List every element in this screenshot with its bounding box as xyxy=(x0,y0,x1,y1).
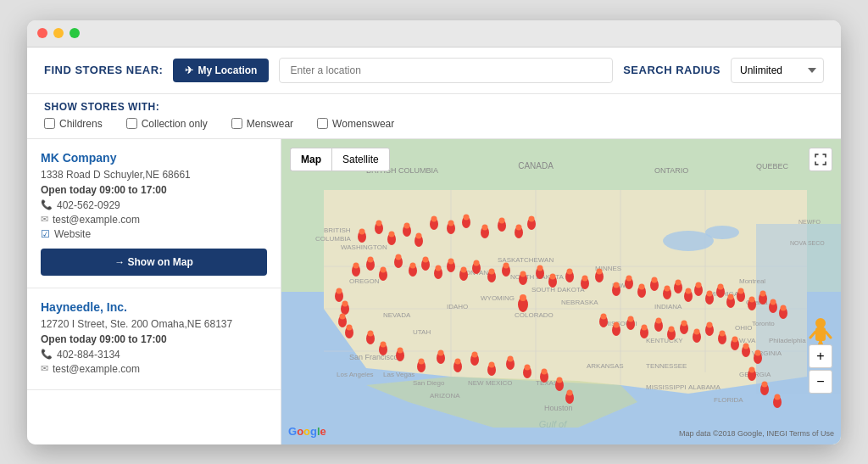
zoom-controls: + − xyxy=(809,344,832,394)
svg-point-187 xyxy=(347,324,353,330)
svg-text:INDIANA: INDIANA xyxy=(654,303,682,310)
svg-point-125 xyxy=(626,275,632,281)
svg-point-143 xyxy=(728,293,734,299)
svg-point-213 xyxy=(567,389,573,395)
map-button[interactable]: Map xyxy=(290,148,331,171)
svg-point-159 xyxy=(628,316,634,321)
svg-point-199 xyxy=(455,358,461,364)
svg-point-109 xyxy=(504,262,509,268)
store-email-1: ✉ test@example.com xyxy=(41,214,267,226)
svg-point-215 xyxy=(749,366,755,372)
svg-point-177 xyxy=(743,343,749,349)
search-toolbar: FIND STORES NEAR: ✈ My Location SEARCH R… xyxy=(27,48,841,94)
svg-point-161 xyxy=(642,324,648,330)
svg-point-155 xyxy=(601,313,607,319)
store-name-2: Hayneedle, Inc. xyxy=(41,300,267,314)
store-website-1[interactable]: ☑ Website xyxy=(41,228,267,240)
show-stores-label: SHOW STORES WITH: xyxy=(44,101,824,113)
svg-text:SOUTH DAKOTA: SOUTH DAKOTA xyxy=(531,286,585,293)
svg-point-83 xyxy=(516,224,522,230)
store-hours-2: Open today 09:00 to 17:00 xyxy=(41,333,267,345)
find-stores-label: FIND STORES NEAR: xyxy=(44,64,163,76)
satellite-button[interactable]: Satellite xyxy=(331,148,390,171)
childrens-checkbox[interactable] xyxy=(44,118,55,129)
svg-point-95 xyxy=(410,262,416,268)
svg-point-211 xyxy=(557,377,563,383)
svg-point-117 xyxy=(567,268,573,274)
svg-point-87 xyxy=(353,262,359,268)
store-phone-2: 📞 402-884-3134 xyxy=(41,349,267,361)
svg-point-129 xyxy=(652,277,658,282)
svg-point-173 xyxy=(720,330,726,336)
close-dot[interactable] xyxy=(37,28,47,38)
svg-text:NEWFO: NEWFO xyxy=(798,219,821,225)
maximize-dot[interactable] xyxy=(70,28,80,38)
svg-point-189 xyxy=(368,330,374,336)
svg-point-107 xyxy=(489,268,495,274)
svg-point-203 xyxy=(489,361,495,367)
phone-icon: 📞 xyxy=(41,199,53,210)
svg-text:TENNESSEE: TENNESSEE xyxy=(646,362,687,370)
svg-point-157 xyxy=(614,321,620,327)
fullscreen-button[interactable] xyxy=(809,148,832,171)
svg-point-147 xyxy=(749,296,755,302)
map-type-controls: Map Satellite xyxy=(290,148,390,171)
google-logo: Google xyxy=(288,425,326,438)
svg-point-219 xyxy=(775,394,781,400)
svg-text:ARIZONA: ARIZONA xyxy=(430,392,460,400)
svg-text:ALABAMA: ALABAMA xyxy=(688,383,721,391)
svg-point-185 xyxy=(340,313,346,319)
app-window: FIND STORES NEAR: ✈ My Location SEARCH R… xyxy=(27,20,841,444)
womenswear-checkbox[interactable] xyxy=(317,118,328,129)
store-list: MK Company 1338 Road D Schuyler,NE 68661… xyxy=(27,139,281,444)
svg-text:OREGON: OREGON xyxy=(349,277,380,285)
svg-point-119 xyxy=(582,275,588,281)
store-phone-1: 📞 402-562-0929 xyxy=(41,199,267,211)
location-input[interactable] xyxy=(279,58,613,83)
search-radius-label: SEARCH RADIUS xyxy=(623,64,721,76)
svg-point-131 xyxy=(665,285,670,291)
svg-point-11 xyxy=(705,226,739,239)
zoom-in-button[interactable]: + xyxy=(809,344,832,368)
svg-point-169 xyxy=(694,328,700,334)
svg-text:IDAHO: IDAHO xyxy=(447,303,468,310)
my-location-button[interactable]: ✈ My Location xyxy=(173,59,269,82)
location-arrow-icon: ✈ xyxy=(185,64,193,76)
filter-collection[interactable]: Collection only xyxy=(126,118,208,130)
svg-point-222 xyxy=(815,318,826,328)
store-card-2: Hayneedle, Inc. 12720 I Street, Ste. 200… xyxy=(27,288,281,390)
svg-point-105 xyxy=(474,260,480,266)
zoom-out-button[interactable]: − xyxy=(809,370,832,394)
svg-text:Houston: Houston xyxy=(544,404,573,412)
svg-point-179 xyxy=(755,349,761,355)
svg-point-139 xyxy=(707,290,713,296)
svg-point-167 xyxy=(682,320,687,326)
minimize-dot[interactable] xyxy=(53,28,64,38)
filter-childrens[interactable]: Childrens xyxy=(44,118,103,130)
svg-text:OHIO: OHIO xyxy=(735,324,752,332)
collection-checkbox[interactable] xyxy=(126,118,137,129)
menswear-checkbox[interactable] xyxy=(231,118,242,129)
filter-menswear[interactable]: Menswear xyxy=(231,118,293,130)
svg-point-149 xyxy=(760,290,766,296)
svg-point-137 xyxy=(696,282,702,288)
svg-text:ONTARIO: ONTARIO xyxy=(654,166,688,175)
svg-point-111 xyxy=(520,271,526,277)
svg-point-67 xyxy=(389,231,395,237)
filters-bar: SHOW STORES WITH: Childrens Collection o… xyxy=(27,94,841,139)
filter-womenswear[interactable]: Womenswear xyxy=(317,118,394,130)
svg-text:Philadelphia: Philadelphia xyxy=(769,337,806,344)
svg-point-165 xyxy=(669,326,675,332)
svg-text:NEW MEXICO: NEW MEXICO xyxy=(468,379,512,387)
store-address-1: 1338 Road D Schuyler,NE 68661 xyxy=(41,169,267,181)
svg-point-99 xyxy=(436,265,442,271)
radius-select[interactable]: Unlimited 5 miles 10 miles 25 miles 50 m… xyxy=(731,58,824,83)
svg-point-191 xyxy=(381,341,387,347)
svg-text:WASHINGTON: WASHINGTON xyxy=(341,243,387,251)
svg-point-201 xyxy=(472,351,478,357)
svg-point-133 xyxy=(676,279,682,285)
svg-rect-223 xyxy=(815,327,826,341)
show-on-map-button-1[interactable]: → Show on Map xyxy=(41,249,267,276)
titlebar xyxy=(27,20,841,48)
svg-text:QUEBEC: QUEBEC xyxy=(756,162,789,171)
